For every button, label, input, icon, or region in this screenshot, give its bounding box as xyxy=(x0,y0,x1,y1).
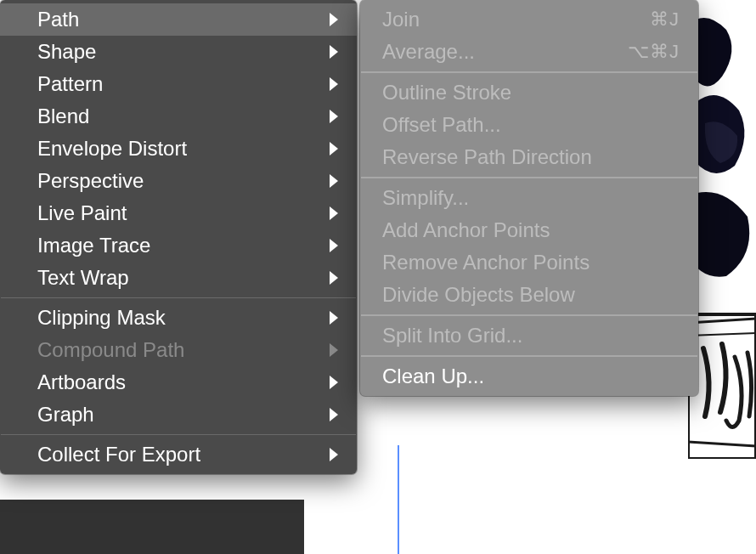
canvas-artwork xyxy=(688,0,756,459)
submenu-item-reverse-path-direction: Reverse Path Direction xyxy=(360,141,698,173)
menu-item-label: Split Into Grid... xyxy=(382,324,680,348)
shortcut-label: ⌥⌘J xyxy=(628,41,680,63)
submenu-item-clean-up[interactable]: Clean Up... xyxy=(360,360,698,393)
path-submenu: Join ⌘J Average... ⌥⌘J Outline Stroke Of… xyxy=(360,0,698,396)
menu-item-label: Remove Anchor Points xyxy=(382,251,680,274)
menu-item-label: Shape xyxy=(37,40,330,64)
menu-item-label: Live Paint xyxy=(37,201,330,225)
menu-divider xyxy=(361,355,697,357)
selection-line xyxy=(398,445,399,554)
menu-item-path[interactable]: Path xyxy=(0,3,357,36)
submenu-item-split-into-grid: Split Into Grid... xyxy=(360,319,698,352)
submenu-item-join: Join ⌘J xyxy=(360,3,698,36)
dark-panel xyxy=(0,500,304,554)
menu-item-blend[interactable]: Blend xyxy=(0,100,357,133)
menu-item-label: Compound Path xyxy=(37,338,330,362)
menu-item-label: Join xyxy=(382,8,650,31)
chevron-right-icon xyxy=(330,311,338,325)
menu-item-perspective[interactable]: Perspective xyxy=(0,165,357,197)
menu-item-graph[interactable]: Graph xyxy=(0,399,357,431)
submenu-item-outline-stroke: Outline Stroke xyxy=(360,76,698,109)
menu-item-envelope-distort[interactable]: Envelope Distort xyxy=(0,133,357,165)
menu-item-image-trace[interactable]: Image Trace xyxy=(0,229,357,262)
chevron-right-icon xyxy=(330,239,338,252)
menu-item-label: Graph xyxy=(37,403,330,427)
chevron-right-icon xyxy=(330,206,338,220)
menu-item-label: Text Wrap xyxy=(37,266,330,290)
menu-item-label: Pattern xyxy=(37,72,330,96)
menu-item-shape[interactable]: Shape xyxy=(0,36,357,68)
menu-item-pattern[interactable]: Pattern xyxy=(0,68,357,100)
menu-divider xyxy=(361,177,697,178)
menu-item-live-paint[interactable]: Live Paint xyxy=(0,197,357,229)
main-menu: Path Shape Pattern Blend Envelope Distor… xyxy=(0,0,357,474)
chevron-right-icon xyxy=(330,142,338,155)
menu-item-label: Average... xyxy=(382,40,628,64)
menu-item-label: Perspective xyxy=(37,169,330,193)
menu-item-label: Envelope Distort xyxy=(37,137,330,161)
submenu-item-average: Average... ⌥⌘J xyxy=(360,36,698,68)
chevron-right-icon xyxy=(330,408,338,421)
menu-item-label: Clipping Mask xyxy=(37,306,330,330)
chevron-right-icon xyxy=(330,448,338,461)
menu-item-label: Add Anchor Points xyxy=(382,218,680,242)
menu-item-label: Reverse Path Direction xyxy=(382,145,680,169)
submenu-item-offset-path: Offset Path... xyxy=(360,109,698,141)
chevron-right-icon xyxy=(330,77,338,91)
submenu-item-add-anchor-points: Add Anchor Points xyxy=(360,214,698,246)
menu-item-label: Image Trace xyxy=(37,234,330,257)
menu-item-label: Collect For Export xyxy=(37,443,330,466)
submenu-item-simplify: Simplify... xyxy=(360,182,698,214)
menu-divider xyxy=(361,314,697,316)
chevron-right-icon xyxy=(330,110,338,123)
chevron-right-icon xyxy=(330,13,338,26)
submenu-item-divide-objects-below: Divide Objects Below xyxy=(360,279,698,311)
menu-item-label: Simplify... xyxy=(382,186,680,210)
menu-divider xyxy=(361,71,697,73)
menu-item-label: Blend xyxy=(37,105,330,128)
chevron-right-icon xyxy=(330,343,338,357)
shortcut-label: ⌘J xyxy=(650,8,680,31)
menu-item-label: Artboards xyxy=(37,370,330,394)
menu-item-collect-for-export[interactable]: Collect For Export xyxy=(0,438,357,471)
menu-item-compound-path: Compound Path xyxy=(0,334,357,366)
submenu-item-remove-anchor-points: Remove Anchor Points xyxy=(360,246,698,279)
chevron-right-icon xyxy=(330,45,338,59)
menu-divider xyxy=(1,434,356,435)
menu-item-artboards[interactable]: Artboards xyxy=(0,366,357,399)
menu-item-label: Path xyxy=(37,8,330,31)
chevron-right-icon xyxy=(330,271,338,285)
menu-item-label: Clean Up... xyxy=(382,365,680,388)
menu-item-clipping-mask[interactable]: Clipping Mask xyxy=(0,302,357,334)
chevron-right-icon xyxy=(330,376,338,389)
chevron-right-icon xyxy=(330,174,338,188)
menu-item-label: Outline Stroke xyxy=(382,81,680,105)
menu-item-label: Divide Objects Below xyxy=(382,283,680,307)
menu-item-text-wrap[interactable]: Text Wrap xyxy=(0,262,357,294)
menu-item-label: Offset Path... xyxy=(382,113,680,137)
menu-divider xyxy=(1,297,356,298)
